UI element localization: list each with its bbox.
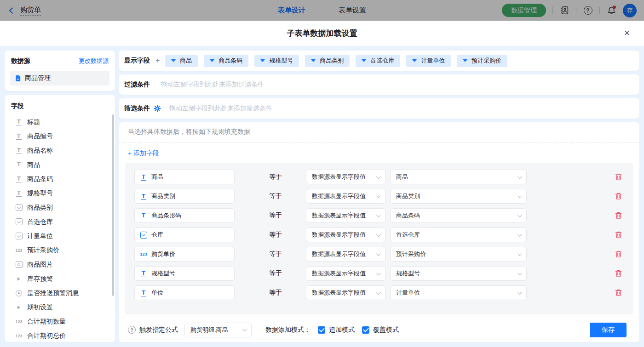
sidebar-field-label: 商品类别 — [27, 204, 53, 212]
delete-rule-icon[interactable] — [615, 173, 623, 181]
trigger-formula-select[interactable]: 购货明细.商品 — [184, 323, 252, 337]
scrollbar-thumb[interactable] — [112, 114, 114, 296]
chevron-down-icon — [518, 213, 522, 217]
target-field-box[interactable]: 商品类别 — [134, 189, 235, 204]
source-type-select[interactable]: 数据源表显示字段值 — [306, 228, 385, 242]
source-type-select[interactable]: 数据源表显示字段值 — [306, 189, 385, 204]
sidebar-field-item[interactable]: 是否推送预警消息 — [5, 286, 115, 300]
source-type-select[interactable]: 数据源表显示字段值 — [306, 247, 385, 262]
source-field-select[interactable]: 商品 — [390, 170, 527, 184]
add-display-field-button[interactable]: + — [155, 57, 161, 65]
overwrite-mode-checkbox[interactable]: 覆盖模式 — [362, 326, 399, 334]
display-field-tag[interactable]: 预计采购价 — [457, 55, 507, 67]
sidebar-field-item[interactable]: 商品名称 — [5, 143, 115, 158]
save-button[interactable]: 保存 — [590, 323, 627, 337]
sidebar-field-item[interactable]: 商品条码 — [5, 172, 115, 186]
tab-form-settings[interactable]: 表单设置 — [339, 6, 366, 15]
fill-rule-row: 商品 等于 数据源表显示字段值 商品 — [134, 170, 624, 184]
tab-form-design[interactable]: 表单设计 — [278, 6, 305, 15]
sidebar-field-label: 预计采购价 — [27, 246, 59, 255]
sift-label: 筛选条件 — [124, 104, 150, 113]
source-type-select[interactable]: 数据源表显示字段值 — [306, 170, 385, 184]
sidebar-field-item[interactable]: 商品类别 — [5, 200, 115, 215]
target-field-box[interactable]: 规格型号 — [134, 266, 235, 281]
source-type-select[interactable]: 数据源表显示字段值 — [306, 266, 385, 281]
triangle-down-icon — [362, 59, 366, 62]
delete-rule-icon[interactable] — [615, 269, 623, 278]
sidebar-field-item[interactable]: 商品编号 — [5, 129, 115, 143]
target-field-box[interactable]: 单位 — [134, 285, 235, 300]
sidebar-field-item[interactable]: 商品 — [5, 158, 115, 172]
notification-bell-icon[interactable] — [606, 6, 616, 16]
sidebar-field-label: 商品名称 — [27, 147, 53, 155]
target-field-box[interactable]: 仓库 — [134, 228, 235, 242]
display-field-tag[interactable]: 计量单位 — [406, 55, 451, 67]
add-rule-field-button[interactable]: + 添加字段 — [128, 149, 159, 157]
delete-rule-icon[interactable] — [615, 289, 623, 297]
fields-panel: 字段 标题 商品编号 商品名称 商品 商品条码 规格型号 商品类别 首选仓库 计… — [5, 95, 115, 342]
select-icon — [139, 231, 148, 239]
source-type-select[interactable]: 数据源表显示字段值 — [306, 208, 385, 223]
sift-condition-row: 筛选条件 拖动左侧字段到此处来添加筛选条件 — [119, 98, 639, 119]
sidebar-field-label: 期初设置 — [27, 303, 53, 312]
delete-rule-icon[interactable] — [615, 211, 623, 220]
source-field-select[interactable]: 计量单位 — [390, 285, 527, 300]
display-field-tag[interactable]: 商品条码 — [204, 55, 248, 67]
select-icon — [15, 233, 23, 240]
change-datasource-link[interactable]: 更改数据源 — [79, 57, 109, 65]
sidebar-field-item[interactable]: 首选仓库 — [5, 215, 115, 229]
text-icon — [139, 193, 148, 200]
display-field-tag[interactable]: 商品 — [165, 55, 198, 67]
sidebar-field-item[interactable]: 预计采购价 — [5, 243, 115, 257]
select-icon — [15, 218, 23, 226]
text-icon — [139, 173, 148, 181]
source-field-select[interactable]: 首选仓库 — [390, 228, 527, 242]
operator-label: 等于 — [269, 192, 283, 200]
append-mode-checkbox[interactable]: 追加模式 — [318, 326, 355, 334]
contacts-icon[interactable] — [559, 6, 569, 16]
dialog-footer: ? 触发指定公式 购货明细.商品 数据添加模式： 追加模式 — [119, 317, 639, 342]
datasource-item[interactable]: 商品管理 — [10, 71, 109, 85]
display-fields-row: 显示字段 + 商品 商品条码 规格型号 商品类别 首选仓库 计量单位 预计采购价 — [119, 51, 639, 71]
source-field-select[interactable]: 规格型号 — [390, 266, 527, 281]
sidebar-field-item[interactable]: 合计期初数量 — [5, 314, 115, 329]
close-icon[interactable] — [621, 27, 633, 39]
display-field-tag[interactable]: 商品类别 — [305, 55, 350, 67]
sift-dropzone-placeholder[interactable]: 拖动左侧字段到此处来添加筛选条件 — [169, 104, 272, 113]
delete-rule-icon[interactable] — [615, 192, 623, 200]
sidebar-field-item[interactable]: 商品图片 — [5, 257, 115, 272]
sidebar-field-label: 计量单位 — [27, 232, 53, 240]
chevron-down-icon — [518, 290, 522, 295]
text-icon — [139, 289, 148, 296]
delete-rule-icon[interactable] — [615, 231, 623, 239]
chevron-down-icon — [376, 174, 381, 179]
sidebar-field-item[interactable]: 合计期初总价 — [5, 329, 115, 342]
source-field-select[interactable]: 商品类别 — [390, 189, 527, 204]
target-field-box[interactable]: 商品 — [134, 170, 235, 184]
triangle-down-icon — [210, 59, 214, 62]
source-type-select[interactable]: 数据源表显示字段值 — [306, 285, 385, 300]
source-field-select[interactable]: 商品条码 — [390, 208, 527, 223]
sidebar-field-item[interactable]: 期初设置 — [5, 300, 115, 314]
gear-icon[interactable] — [154, 105, 161, 112]
chevron-down-icon — [518, 271, 522, 275]
filter-label: 过滤条件 — [124, 80, 150, 89]
source-field-select[interactable]: 预计采购价 — [390, 247, 527, 262]
delete-rule-icon[interactable] — [615, 250, 623, 258]
sidebar-field-item[interactable]: 标题 — [5, 115, 115, 129]
sidebar-field-item[interactable]: 库存预警 — [5, 272, 115, 286]
operator-label: 等于 — [269, 231, 283, 239]
help-circle-icon[interactable]: ? — [128, 326, 136, 334]
display-field-tag[interactable]: 首选仓库 — [356, 55, 400, 67]
checkbox-checked-icon — [318, 326, 325, 334]
help-icon[interactable]: ? — [583, 6, 593, 16]
target-field-box[interactable]: 购货单价 — [134, 247, 235, 262]
dialog-header: 子表单数据加载设置 — [0, 21, 644, 46]
chevron-down-icon — [376, 251, 381, 256]
data-add-mode-label: 数据添加模式： — [265, 326, 310, 334]
sidebar-field-item[interactable]: 规格型号 — [5, 186, 115, 200]
target-field-box[interactable]: 商品条形码 — [134, 208, 235, 223]
filter-dropzone-placeholder[interactable]: 拖动左侧字段到此处来添加过滤条件 — [161, 80, 264, 89]
sidebar-field-item[interactable]: 计量单位 — [5, 229, 115, 243]
display-field-tag[interactable]: 规格型号 — [254, 55, 299, 67]
